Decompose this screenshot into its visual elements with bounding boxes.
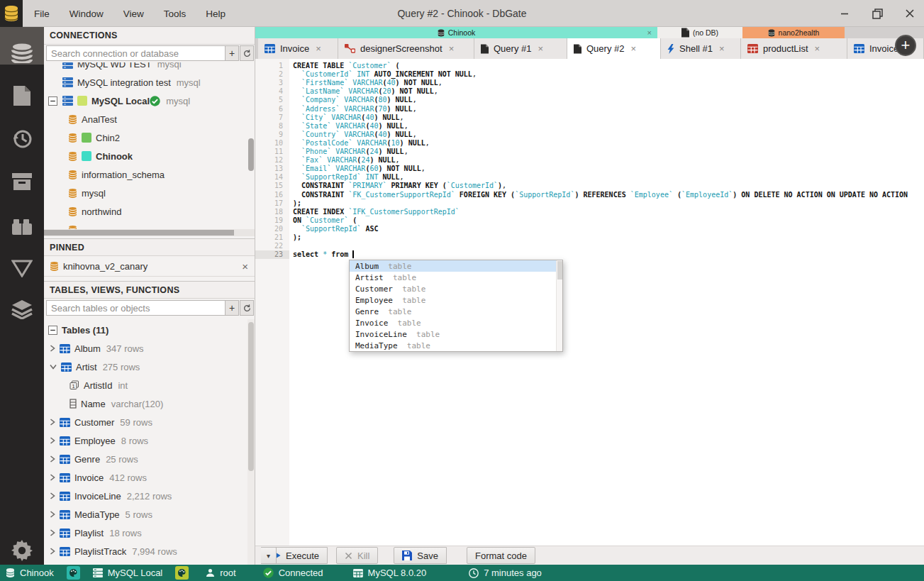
table-item[interactable]: Genre25 rows xyxy=(44,450,255,468)
close-tab-icon[interactable]: × xyxy=(719,43,725,54)
menu-help[interactable]: Help xyxy=(206,9,226,19)
tab-group-nodb[interactable]: (no DB) xyxy=(657,27,742,38)
connections-hscrollbar[interactable] xyxy=(44,229,255,236)
menu-view[interactable]: View xyxy=(123,9,144,19)
tables-header: TABLES, VIEWS, FUNCTIONS xyxy=(44,281,255,299)
close-tab-icon[interactable]: × xyxy=(815,43,820,54)
save-button[interactable]: Save xyxy=(394,547,447,564)
save-dropdown-button[interactable]: ▾ xyxy=(261,547,277,564)
close-tab-icon[interactable]: × xyxy=(449,43,455,54)
activity-cell-data-icon[interactable] xyxy=(0,250,44,287)
connection-item[interactable]: MySQL Localmysql xyxy=(44,92,255,110)
database-item[interactable] xyxy=(44,221,255,229)
line-number: 10 xyxy=(255,139,289,148)
autocomplete-item-invoice[interactable]: Invoice table xyxy=(350,317,562,328)
kill-button[interactable]: Kill xyxy=(336,547,378,564)
collapse-icon[interactable] xyxy=(48,96,57,106)
table-item[interactable]: MediaType5 rows xyxy=(44,505,255,524)
palette-icon[interactable] xyxy=(175,566,189,580)
line-number-gutter: 1234567891011121314151617181920212223 xyxy=(255,59,289,546)
item-label: Chin2 xyxy=(96,133,120,143)
tab-designerscreenshot[interactable]: designerScreenshot× xyxy=(338,38,474,59)
connection-item[interactable]: MySQL integration testmysql xyxy=(44,73,255,92)
autocomplete-scrollbar[interactable] xyxy=(556,260,562,351)
code-line: `PostalCode` VARCHAR(10) NULL, xyxy=(293,139,430,148)
database-item[interactable]: Chinook xyxy=(44,147,255,165)
activity-files-icon[interactable] xyxy=(0,77,44,114)
table-item[interactable]: Artist275 rows xyxy=(44,358,255,376)
database-item[interactable]: information_schema xyxy=(44,165,255,184)
database-item[interactable]: mysql xyxy=(44,184,255,202)
activity-plugins-icon[interactable] xyxy=(0,209,44,245)
column-item[interactable]: Namevarchar(120) xyxy=(44,394,255,413)
table-name: Invoice xyxy=(74,472,104,483)
connection-item[interactable]: MySQL WD TESTmysql xyxy=(44,62,255,73)
tab-group-label: nano2health xyxy=(779,28,820,37)
close-tab-icon[interactable]: × xyxy=(538,43,543,54)
refresh-connections-button[interactable] xyxy=(240,45,254,61)
autocomplete-item-album[interactable]: Album table xyxy=(350,260,562,272)
close-group-icon[interactable]: × xyxy=(647,28,652,37)
tab-query2[interactable]: Query #2× xyxy=(567,38,661,59)
close-tab-icon[interactable]: × xyxy=(316,43,321,54)
autocomplete-item-customer[interactable]: Customer table xyxy=(350,283,562,294)
menu-tools[interactable]: Tools xyxy=(164,9,187,19)
autocomplete-item-mediatype[interactable]: MediaType table xyxy=(350,340,562,351)
autocomplete-item-genre[interactable]: Genre table xyxy=(350,306,562,317)
server-icon xyxy=(62,77,73,87)
tab-group-row: Chinook×(no DB)nano2health xyxy=(255,27,924,38)
code-line: `LastName` VARCHAR(20) NOT NULL, xyxy=(293,87,438,96)
table-item[interactable]: Album347 rows xyxy=(44,339,255,358)
table-item[interactable]: Customer59 rows xyxy=(44,413,255,431)
activity-archive-icon[interactable] xyxy=(0,163,44,200)
tab-group-chinook[interactable]: Chinook× xyxy=(255,27,657,38)
format-code-button[interactable]: Format code xyxy=(467,547,535,564)
table-item[interactable]: Playlist18 rows xyxy=(44,524,255,542)
menu-file[interactable]: File xyxy=(34,9,50,19)
connections-search-input[interactable] xyxy=(46,45,226,61)
table-name: Artist xyxy=(76,362,97,372)
autocomplete-item-employee[interactable]: Employee table xyxy=(350,294,562,306)
menu-window[interactable]: Window xyxy=(69,9,104,19)
new-tab-button[interactable]: + xyxy=(895,35,916,56)
table-item[interactable]: InvoiceLine2,212 rows xyxy=(44,487,255,505)
refresh-tables-button[interactable] xyxy=(240,300,254,316)
column-item[interactable]: 1ArtistIdint xyxy=(44,376,255,394)
activity-app-layers-icon[interactable] xyxy=(0,291,44,328)
activity-history-icon[interactable] xyxy=(0,121,44,157)
db-white-icon xyxy=(6,568,15,577)
add-connection-button[interactable]: + xyxy=(225,45,239,61)
tables-vscrollbar[interactable] xyxy=(247,319,255,565)
code-line: `SupportRepId` ASC xyxy=(293,225,378,233)
add-table-button[interactable]: + xyxy=(225,300,239,316)
designer-icon xyxy=(345,44,355,53)
database-item[interactable]: AnalTest xyxy=(44,110,255,128)
palette-icon[interactable] xyxy=(67,566,80,580)
tab-productlist[interactable]: productList× xyxy=(741,38,847,59)
connections-vscrollbar[interactable] xyxy=(248,138,254,171)
activity-connections-icon[interactable] xyxy=(0,35,44,72)
database-item[interactable]: northwind xyxy=(44,202,255,221)
tab-shell1[interactable]: Shell #1× xyxy=(661,38,741,59)
pinned-item[interactable]: knihovna_v2_canary× xyxy=(44,257,255,277)
unpin-close-icon[interactable]: × xyxy=(242,260,248,272)
database-item[interactable]: Chin2 xyxy=(44,128,255,147)
activity-settings-icon[interactable] xyxy=(0,532,44,569)
tables-search-input[interactable] xyxy=(46,300,226,316)
table-item[interactable]: Invoice412 rows xyxy=(44,468,255,487)
connected-check-icon xyxy=(150,96,160,106)
table-item[interactable]: Employee8 rows xyxy=(44,431,255,450)
tab-group-nano2health[interactable]: nano2health xyxy=(742,27,845,38)
chevron-right-icon xyxy=(50,419,55,426)
table-item[interactable]: PlaylistTrack7,994 rows xyxy=(44,542,255,560)
autocomplete-item-artist[interactable]: Artist table xyxy=(350,272,562,283)
minimize-window-button[interactable] xyxy=(836,5,853,22)
autocomplete-item-invoiceline[interactable]: InvoiceLine table xyxy=(350,328,562,340)
tab-invoice[interactable]: Invoice× xyxy=(258,38,338,59)
tab-query1[interactable]: Query #1× xyxy=(474,38,567,59)
database-icon xyxy=(768,29,775,37)
close-tab-icon[interactable]: × xyxy=(630,43,636,54)
tables-group-row[interactable]: Tables (11) xyxy=(44,321,255,339)
restore-window-button[interactable] xyxy=(869,5,886,22)
close-window-button[interactable] xyxy=(901,5,918,22)
